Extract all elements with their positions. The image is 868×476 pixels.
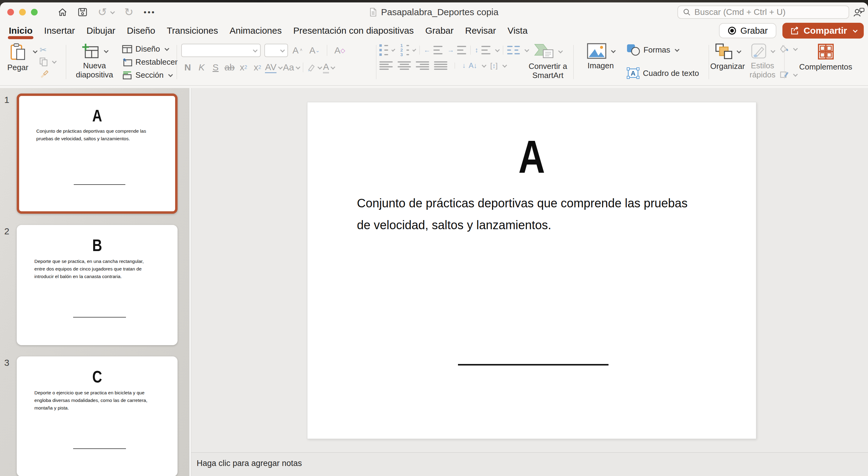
chevron-down-icon bbox=[495, 47, 500, 52]
shapes-icon bbox=[626, 44, 640, 56]
bold-button[interactable]: N bbox=[181, 61, 194, 73]
insert-picture-button[interactable]: Imagen bbox=[578, 41, 623, 83]
thumbnail-line-shape bbox=[73, 317, 126, 318]
change-case-button[interactable]: Aa bbox=[283, 61, 299, 73]
record-button[interactable]: Grabar bbox=[719, 23, 776, 38]
section-button[interactable]: Sección bbox=[122, 70, 178, 80]
chevron-down-icon bbox=[482, 63, 487, 68]
shrink-font-button[interactable]: A⌄ bbox=[308, 44, 321, 56]
chevron-down-icon[interactable] bbox=[392, 48, 396, 52]
more-commands-icon[interactable]: ••• bbox=[144, 8, 155, 17]
tab-dibujar[interactable]: Dibujar bbox=[81, 22, 121, 39]
tab-presentacion[interactable]: Presentación con diapositivas bbox=[287, 22, 420, 39]
columns-icon bbox=[507, 46, 520, 54]
home-icon[interactable] bbox=[58, 8, 67, 17]
tab-animaciones[interactable]: Animaciones bbox=[224, 22, 287, 39]
shapes-button[interactable]: Formas bbox=[626, 44, 699, 56]
increase-indent-button[interactable]: → bbox=[447, 46, 466, 54]
divider bbox=[420, 46, 420, 55]
record-icon bbox=[727, 26, 737, 35]
chevron-down-icon bbox=[278, 65, 283, 69]
tab-inicio[interactable]: Inicio bbox=[3, 22, 38, 39]
arrange-button[interactable]: Organizar bbox=[710, 41, 745, 83]
redo-icon[interactable]: ↻ bbox=[124, 7, 133, 18]
copy-button[interactable] bbox=[39, 56, 56, 67]
numbering-icon[interactable]: 123 bbox=[400, 44, 409, 56]
justify-button[interactable] bbox=[434, 61, 447, 70]
clear-formatting-button[interactable]: A◇ bbox=[333, 44, 346, 56]
slide-thumbnail-1[interactable]: A Conjunto de prácticas deportivas que c… bbox=[17, 93, 178, 214]
quick-styles-icon bbox=[751, 43, 767, 59]
search-input[interactable]: Buscar (Cmd + Ctrl + U) bbox=[677, 5, 849, 19]
strikethrough-button[interactable]: ab bbox=[223, 61, 236, 73]
format-painter-button[interactable] bbox=[39, 68, 56, 79]
smartart-icon bbox=[534, 43, 554, 59]
character-spacing-button[interactable]: AV bbox=[265, 61, 282, 73]
convert-smartart-button[interactable]: Convertir a SmartArt bbox=[528, 41, 567, 83]
thumbnail-description: Conjunto de prácticas deportivas que com… bbox=[36, 127, 149, 142]
font-size-select[interactable] bbox=[265, 44, 288, 57]
slide-thumbnail-3[interactable]: C Deporte o ejercicio que se practica en… bbox=[17, 356, 178, 476]
scissors-icon: ✂ bbox=[39, 45, 46, 55]
divider bbox=[709, 45, 709, 79]
panel-splitter[interactable] bbox=[189, 88, 191, 476]
reset-slide-button[interactable]: Restablecer bbox=[122, 57, 178, 67]
decrease-indent-button[interactable]: ← bbox=[424, 46, 442, 54]
tab-grabar[interactable]: Grabar bbox=[420, 22, 459, 39]
tab-insertar[interactable]: Insertar bbox=[38, 22, 81, 39]
slide-title-letter[interactable]: A bbox=[307, 129, 756, 184]
slide-number: 1 bbox=[4, 95, 9, 105]
align-center-button[interactable] bbox=[398, 61, 411, 70]
presenter-feedback-icon[interactable] bbox=[853, 7, 865, 18]
align-text-vertical-button[interactable]: [↕] bbox=[490, 61, 506, 70]
tab-vista[interactable]: Vista bbox=[502, 22, 533, 39]
slide-number: 3 bbox=[4, 358, 9, 368]
decrease-indent-icon bbox=[433, 46, 442, 54]
slide-canvas[interactable]: A Conjunto de prácticas deportivas que c… bbox=[307, 102, 756, 439]
columns-button[interactable] bbox=[507, 46, 528, 54]
text-highlight-button[interactable] bbox=[307, 61, 321, 73]
share-button[interactable]: Compartir bbox=[782, 23, 864, 38]
text-box-button[interactable]: A Cuadro de texto bbox=[626, 67, 699, 79]
titlebar: ↺ ↻ ••• Pasapalabra_Deportes copia Busca… bbox=[0, 2, 868, 22]
slide-thumbnail-2[interactable]: B Deporte que se practica, en una cancha… bbox=[17, 225, 178, 345]
divider bbox=[455, 63, 455, 69]
align-left-button[interactable] bbox=[379, 61, 393, 70]
slide-line-shape[interactable] bbox=[458, 364, 609, 365]
zoom-window-button[interactable] bbox=[31, 9, 38, 16]
align-right-button[interactable] bbox=[416, 61, 429, 70]
chevron-down-icon[interactable] bbox=[110, 9, 115, 14]
thumbnail-letter: B bbox=[17, 235, 178, 255]
italic-button[interactable]: K bbox=[195, 61, 208, 73]
quick-styles-button[interactable]: Estilos rápidos bbox=[747, 41, 778, 83]
new-slide-button[interactable]: Nueva diapositiva bbox=[67, 41, 117, 83]
paste-icon bbox=[10, 43, 26, 61]
cut-button[interactable]: ✂ bbox=[39, 44, 56, 55]
bullets-icon[interactable] bbox=[379, 44, 388, 56]
tab-diseno[interactable]: Diseño bbox=[121, 22, 161, 39]
paste-button[interactable]: Pegar bbox=[7, 41, 28, 83]
close-window-button[interactable] bbox=[7, 9, 14, 16]
font-color-button[interactable]: A bbox=[322, 61, 335, 73]
chevron-down-icon[interactable] bbox=[33, 49, 38, 53]
document-icon bbox=[370, 8, 377, 17]
line-spacing-button[interactable]: ↕ bbox=[475, 46, 499, 54]
subscript-button[interactable]: x2 bbox=[251, 61, 264, 73]
slide-description-text[interactable]: Conjunto de prácticas deportivas que com… bbox=[357, 192, 702, 236]
save-icon[interactable] bbox=[78, 8, 87, 17]
slide-editor-area: A Conjunto de prácticas deportivas que c… bbox=[191, 88, 868, 476]
tab-revisar[interactable]: Revisar bbox=[460, 22, 502, 39]
tab-transiciones[interactable]: Transiciones bbox=[161, 22, 224, 39]
minimize-window-button[interactable] bbox=[19, 9, 26, 16]
undo-icon[interactable]: ↺ bbox=[98, 7, 107, 18]
superscript-button[interactable]: x2 bbox=[237, 61, 250, 73]
notes-pane[interactable]: Haga clic para agregar notas bbox=[191, 452, 868, 476]
font-name-select[interactable] bbox=[181, 44, 261, 57]
underline-button[interactable]: S bbox=[209, 61, 222, 73]
grow-font-button[interactable]: A＾ bbox=[292, 44, 304, 56]
addins-button[interactable]: Complementos bbox=[799, 41, 852, 72]
chevron-down-icon[interactable] bbox=[412, 48, 416, 52]
slide-layout-button[interactable]: Diseño bbox=[122, 44, 178, 54]
highlighter-icon bbox=[307, 63, 316, 72]
text-direction-button[interactable]: ↓A↓ bbox=[462, 61, 485, 70]
